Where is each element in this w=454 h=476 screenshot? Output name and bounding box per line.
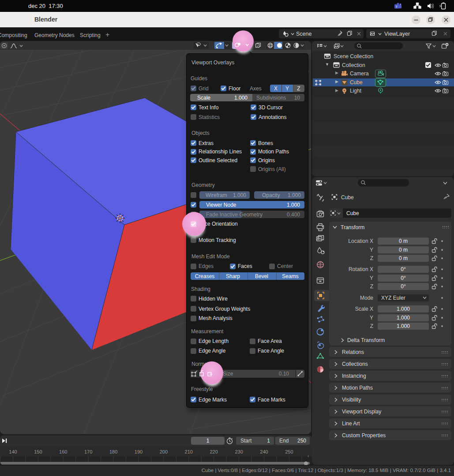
svg-text:T: T	[396, 5, 398, 9]
